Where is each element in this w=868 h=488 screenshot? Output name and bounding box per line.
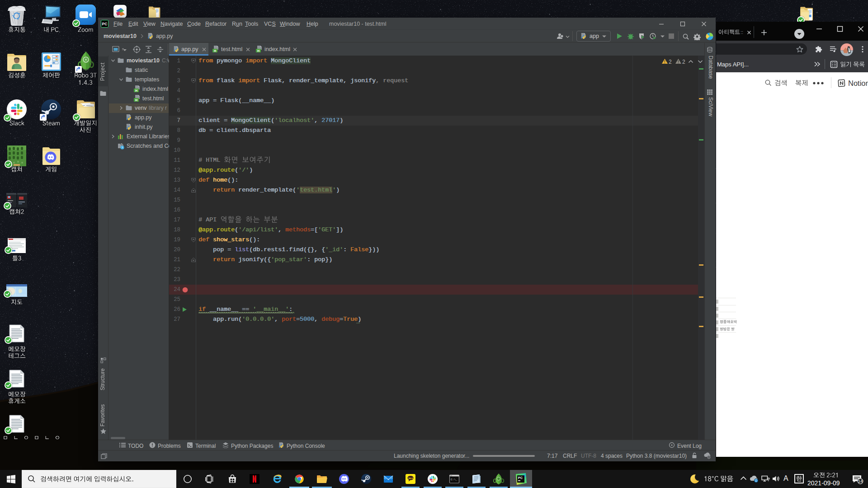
svg-text:H: H [257, 49, 259, 52]
svg-text:H: H [214, 49, 216, 52]
svg-text:H: H [135, 99, 137, 102]
svg-text:TALK: TALK [408, 477, 413, 479]
svg-text:PC: PC [102, 22, 108, 26]
svg-text:14: 14 [858, 479, 863, 483]
svg-text:PC: PC [518, 476, 523, 479]
svg-text:H: H [135, 89, 137, 92]
svg-text:C:\_: C:\_ [451, 478, 458, 481]
